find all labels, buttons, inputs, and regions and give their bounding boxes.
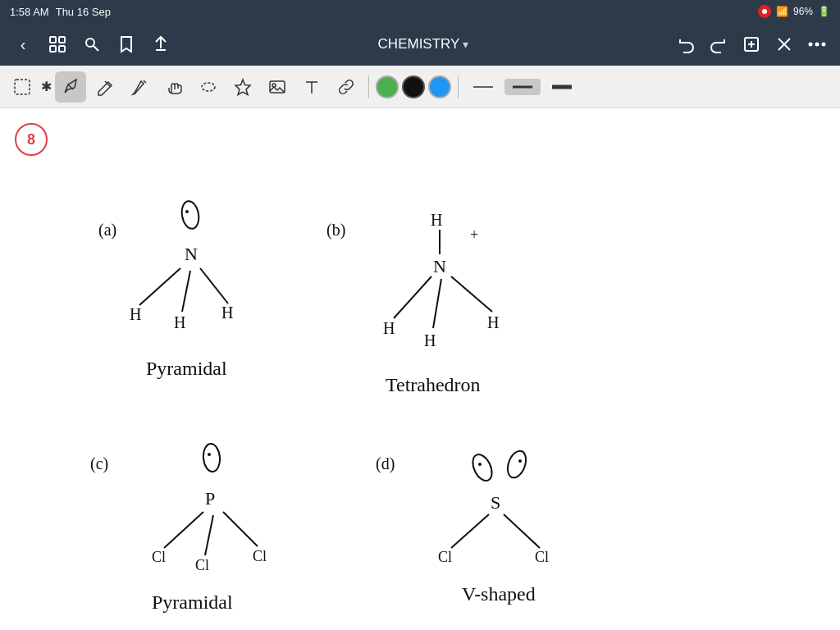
drawing-toolbar: ✱ <box>0 66 840 108</box>
svg-rect-2 <box>50 46 56 52</box>
select-tool-button[interactable] <box>7 71 38 103</box>
bookmark-button[interactable] <box>112 30 141 59</box>
svg-line-31 <box>139 268 180 305</box>
pen-tool-button[interactable] <box>55 71 86 103</box>
recording-icon <box>758 5 771 18</box>
star-tool-button[interactable] <box>227 71 258 103</box>
svg-line-55 <box>205 515 213 555</box>
svg-text:(a): (a) <box>98 221 116 240</box>
svg-line-33 <box>200 268 228 304</box>
svg-text:Pyramidal: Pyramidal <box>152 591 233 613</box>
hand-tool-button[interactable] <box>158 71 189 103</box>
svg-point-4 <box>86 39 94 47</box>
svg-point-13 <box>822 43 826 47</box>
svg-text:H: H <box>383 319 395 337</box>
share-button[interactable] <box>146 30 176 59</box>
back-button[interactable]: ‹ <box>8 30 38 59</box>
svg-text:H: H <box>221 304 233 322</box>
svg-point-51 <box>203 443 221 472</box>
bluetooth-icon: ✱ <box>41 79 52 94</box>
svg-text:H: H <box>130 305 141 323</box>
svg-text:Cl: Cl <box>152 549 166 565</box>
status-bar: 1:58 AM Thu 16 Sep 📶 96% 🔋 <box>0 0 840 23</box>
color-green[interactable] <box>376 75 399 98</box>
pencil-tool-button[interactable] <box>124 71 155 103</box>
date: Thu 16 Sep <box>56 6 111 18</box>
svg-line-44 <box>433 279 441 328</box>
svg-point-52 <box>208 453 211 456</box>
svg-text:Tetrahedron: Tetrahedron <box>386 374 481 395</box>
image-tool-button[interactable] <box>262 71 293 103</box>
notebook-title: CHEMISTRY <box>378 36 460 52</box>
redo-button[interactable] <box>704 30 733 59</box>
svg-line-56 <box>223 512 258 546</box>
note-canvas[interactable]: (a) N H H H Pyramidal (b) H + N <box>0 108 840 630</box>
top-toolbar: ‹ CHEMISTRY ▾ <box>0 23 840 66</box>
svg-rect-14 <box>15 80 30 94</box>
svg-rect-0 <box>50 37 56 43</box>
svg-rect-3 <box>59 46 65 52</box>
svg-point-62 <box>469 451 495 483</box>
svg-point-28 <box>180 200 201 231</box>
status-left: 1:58 AM Thu 16 Sep <box>10 6 111 18</box>
battery-icon: 🔋 <box>818 6 830 17</box>
grid-button[interactable] <box>43 30 72 59</box>
text-tool-button[interactable] <box>296 71 327 103</box>
stroke-thick-button[interactable] <box>544 79 580 95</box>
svg-line-45 <box>451 276 492 312</box>
svg-text:V-shaped: V-shaped <box>462 583 536 605</box>
battery: 96% <box>793 6 813 17</box>
more-button[interactable] <box>802 30 832 59</box>
svg-text:H: H <box>174 313 185 331</box>
svg-point-29 <box>185 210 189 213</box>
svg-text:N: N <box>185 244 198 264</box>
time: 1:58 AM <box>10 6 49 18</box>
svg-line-32 <box>182 271 190 312</box>
svg-line-67 <box>451 514 489 548</box>
stroke-medium-button[interactable] <box>504 79 541 95</box>
dropdown-icon: ▾ <box>463 38 468 51</box>
right-actions <box>671 30 832 59</box>
stroke-thin-button[interactable] <box>465 79 501 95</box>
svg-point-64 <box>504 449 529 481</box>
status-right: 📶 96% 🔋 <box>758 5 830 18</box>
close-button[interactable] <box>769 30 799 59</box>
svg-line-17 <box>144 80 146 83</box>
svg-text:N: N <box>433 256 446 276</box>
svg-line-54 <box>164 512 203 548</box>
svg-text:Cl: Cl <box>195 557 209 573</box>
svg-point-65 <box>518 459 522 463</box>
svg-line-68 <box>504 514 540 548</box>
svg-rect-1 <box>59 37 65 43</box>
svg-text:H: H <box>431 211 442 229</box>
divider-2 <box>458 75 459 98</box>
svg-marker-19 <box>235 80 250 95</box>
add-page-button[interactable] <box>737 30 766 59</box>
svg-text:(c): (c) <box>90 454 108 473</box>
divider-1 <box>368 75 369 98</box>
color-black[interactable] <box>402 75 425 98</box>
title-area[interactable]: CHEMISTRY ▾ <box>180 36 666 52</box>
svg-point-18 <box>202 83 215 91</box>
wifi-icon: 📶 <box>776 6 788 17</box>
svg-text:(d): (d) <box>376 454 395 473</box>
svg-point-11 <box>809 43 813 47</box>
svg-text:Cl: Cl <box>253 548 267 564</box>
search-button[interactable] <box>77 30 107 59</box>
svg-point-12 <box>815 43 819 47</box>
svg-line-5 <box>94 46 98 51</box>
lasso-tool-button[interactable] <box>193 71 224 103</box>
svg-text:S: S <box>491 492 500 513</box>
undo-button[interactable] <box>671 30 701 59</box>
canvas-area[interactable]: 8 (a) N H H H Pyramidal (b) H + N <box>0 108 840 630</box>
svg-point-63 <box>478 463 482 466</box>
svg-text:P: P <box>205 488 215 509</box>
svg-text:+: + <box>470 226 478 243</box>
svg-text:H: H <box>424 331 436 349</box>
eraser-tool-button[interactable] <box>89 71 121 103</box>
link-tool-button[interactable] <box>331 71 362 103</box>
color-blue[interactable] <box>428 75 451 98</box>
svg-text:H: H <box>487 313 499 331</box>
svg-line-43 <box>394 276 431 318</box>
svg-text:Pyramidal: Pyramidal <box>146 358 227 379</box>
